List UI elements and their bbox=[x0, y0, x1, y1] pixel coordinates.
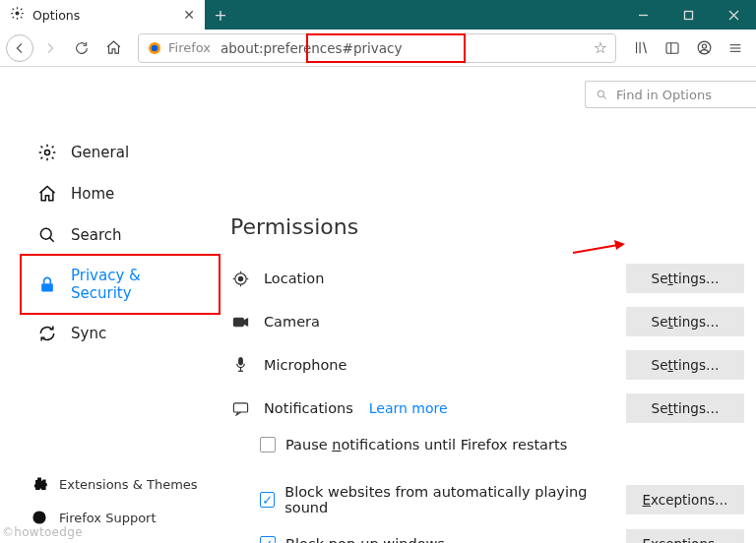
gear-icon bbox=[37, 143, 57, 162]
microphone-icon bbox=[230, 356, 250, 374]
block-autoplay-row: Block websites from automatically playin… bbox=[230, 477, 744, 522]
minimize-button[interactable] bbox=[620, 0, 665, 30]
help-icon bbox=[30, 508, 49, 527]
svg-rect-35 bbox=[233, 402, 247, 411]
gear-icon bbox=[10, 6, 25, 24]
svg-point-6 bbox=[152, 44, 158, 51]
browser-tab[interactable]: Options ✕ bbox=[0, 0, 205, 30]
svg-rect-20 bbox=[41, 283, 53, 291]
sidebar-item-sync[interactable]: Sync bbox=[28, 315, 215, 352]
sidebar-item-label: Privacy & Security bbox=[71, 267, 205, 302]
checkbox-label: Block websites from automatically playin… bbox=[284, 484, 616, 515]
notifications-icon bbox=[230, 401, 250, 416]
section-heading: Permissions bbox=[230, 214, 744, 239]
checkbox-label: Pause notifications until Firefox restar… bbox=[285, 437, 567, 452]
autoplay-exceptions-button[interactable]: Exceptions… bbox=[626, 485, 744, 514]
block-popups-checkbox[interactable] bbox=[260, 536, 276, 543]
menu-button[interactable] bbox=[721, 33, 750, 63]
forward-button[interactable] bbox=[35, 33, 65, 63]
tab-close-icon[interactable]: ✕ bbox=[181, 7, 197, 23]
microphone-settings-button[interactable]: Settings… bbox=[626, 350, 744, 380]
find-in-options[interactable]: Find in Options bbox=[585, 81, 756, 108]
pause-notifications-checkbox[interactable] bbox=[260, 437, 276, 452]
block-popups-row: Block pop-up windows Exceptions… bbox=[230, 522, 744, 543]
permission-row-location: Location Settings… bbox=[230, 257, 744, 300]
sidebar-extensions[interactable]: Extensions & Themes bbox=[28, 468, 215, 500]
popups-exceptions-button[interactable]: Exceptions… bbox=[626, 529, 744, 543]
lock-icon bbox=[37, 274, 57, 294]
svg-line-24 bbox=[603, 95, 606, 98]
notifications-settings-button[interactable]: Settings… bbox=[626, 393, 744, 423]
main-panel: Find in Options Permissions Location Set… bbox=[226, 67, 756, 543]
pause-notifications-row: Pause notifications until Firefox restar… bbox=[230, 430, 744, 459]
sidebar-item-label: General bbox=[71, 144, 129, 161]
permission-label: Microphone bbox=[264, 357, 346, 373]
location-settings-button[interactable]: Settings… bbox=[626, 264, 744, 293]
close-window-button[interactable] bbox=[711, 0, 756, 30]
svg-point-0 bbox=[16, 12, 20, 16]
sidebar-item-label: Home bbox=[71, 185, 114, 203]
watermark: ©howtoedge bbox=[2, 525, 83, 539]
search-icon bbox=[37, 225, 57, 245]
maximize-button[interactable] bbox=[665, 0, 711, 30]
sidebar-footer: Extensions & Themes Firefox Support bbox=[28, 468, 215, 533]
svg-rect-31 bbox=[233, 318, 243, 327]
sidebar-item-privacy[interactable]: Privacy & Security bbox=[28, 258, 215, 311]
permission-label: Camera bbox=[264, 314, 320, 330]
content: General Home Search Privacy & Security S… bbox=[0, 67, 756, 543]
nav-list: General Home Search Privacy & Security S… bbox=[28, 134, 215, 352]
url-text: about:preferences#privacy bbox=[220, 40, 402, 56]
permission-row-camera: Camera Settings… bbox=[230, 300, 744, 343]
sidebar-item-label: Extensions & Themes bbox=[59, 477, 198, 492]
svg-rect-32 bbox=[238, 358, 242, 366]
home-button[interactable] bbox=[98, 33, 128, 63]
home-icon bbox=[37, 184, 57, 204]
svg-point-13 bbox=[702, 44, 706, 48]
titlebar: Options ✕ + bbox=[0, 0, 756, 30]
svg-rect-10 bbox=[666, 42, 678, 53]
learn-more-link[interactable]: Learn more bbox=[369, 400, 448, 416]
new-tab-button[interactable]: + bbox=[205, 0, 236, 30]
sidebar-item-label: Sync bbox=[71, 325, 106, 342]
svg-point-26 bbox=[238, 276, 242, 280]
svg-point-17 bbox=[45, 151, 50, 155]
permission-label: Notifications bbox=[264, 400, 353, 416]
checkbox-label: Block pop-up windows bbox=[285, 536, 445, 543]
svg-line-9 bbox=[643, 42, 646, 53]
account-button[interactable] bbox=[689, 33, 719, 63]
reload-button[interactable] bbox=[67, 33, 96, 63]
svg-line-19 bbox=[50, 238, 54, 242]
permission-row-notifications: Notifications Learn more Settings… bbox=[230, 387, 744, 430]
permissions-section: Permissions Location Settings… Camera Se… bbox=[226, 81, 756, 543]
url-bar[interactable]: Firefox about:preferences#privacy ☆ bbox=[138, 33, 616, 63]
camera-settings-button[interactable]: Settings… bbox=[626, 307, 744, 336]
toolbar: Firefox about:preferences#privacy ☆ bbox=[0, 30, 756, 67]
library-button[interactable] bbox=[626, 33, 656, 63]
tab-title: Options bbox=[32, 8, 181, 23]
permission-row-microphone: Microphone Settings… bbox=[230, 343, 744, 387]
back-button[interactable] bbox=[6, 34, 33, 62]
location-icon bbox=[230, 271, 250, 287]
sidebar-item-label: Firefox Support bbox=[59, 511, 157, 525]
svg-point-23 bbox=[598, 90, 604, 97]
find-placeholder: Find in Options bbox=[616, 88, 712, 102]
svg-point-22 bbox=[38, 520, 39, 521]
sidebar-item-label: Search bbox=[71, 226, 122, 244]
url-identity-label: Firefox bbox=[168, 40, 211, 55]
svg-rect-2 bbox=[684, 11, 692, 19]
sidebar: General Home Search Privacy & Security S… bbox=[0, 67, 226, 543]
sidebar-item-search[interactable]: Search bbox=[28, 216, 215, 254]
sidebar-item-home[interactable]: Home bbox=[28, 175, 215, 212]
search-icon bbox=[596, 89, 608, 101]
camera-icon bbox=[230, 315, 250, 330]
sync-icon bbox=[37, 324, 57, 343]
svg-point-18 bbox=[40, 228, 51, 239]
bookmark-star-icon[interactable]: ☆ bbox=[594, 38, 607, 57]
sidebar-toggle-button[interactable] bbox=[658, 33, 687, 63]
puzzle-icon bbox=[30, 474, 49, 494]
window-controls bbox=[620, 0, 756, 30]
permission-label: Location bbox=[264, 271, 324, 286]
block-autoplay-checkbox[interactable] bbox=[260, 492, 275, 508]
sidebar-item-general[interactable]: General bbox=[28, 134, 215, 171]
url-identity: Firefox bbox=[147, 40, 220, 56]
